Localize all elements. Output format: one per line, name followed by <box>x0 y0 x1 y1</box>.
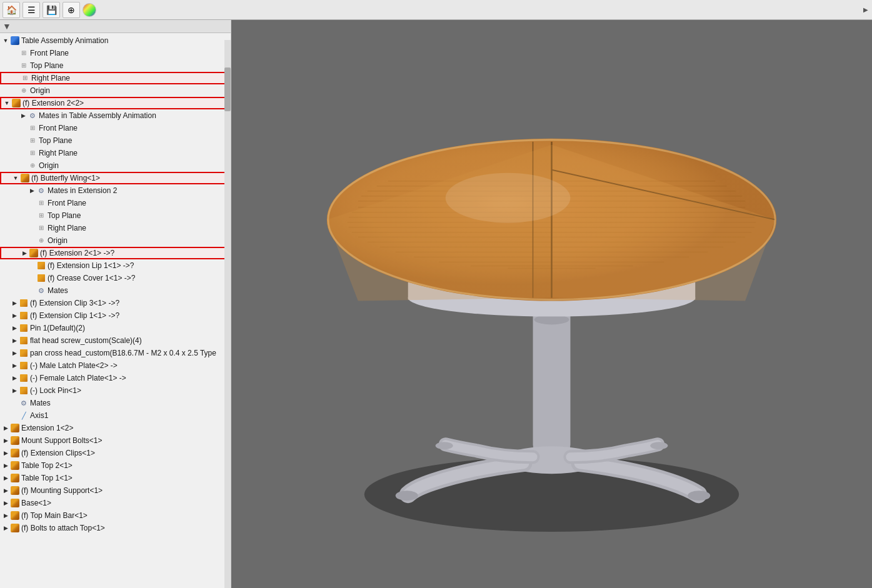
svg-point-3 <box>688 491 710 501</box>
expand-base[interactable]: ▶ <box>1 499 10 507</box>
small-cube-icon <box>36 261 46 271</box>
front-plane-2-label: Front Plane <box>39 122 78 134</box>
tree-item-mates-ext2[interactable]: ▶ ⚙ Mates in Extension 2 <box>0 184 231 197</box>
expand-ext2-1[interactable]: ▶ <box>20 249 29 257</box>
expand-table-top-2[interactable]: ▶ <box>1 461 10 470</box>
tree-item-mounting-support[interactable]: ▶ (f) Mounting Support<1> <box>0 484 231 497</box>
expand-ext-clips[interactable]: ▶ <box>1 449 10 457</box>
tree-item-front-plane-3[interactable]: ⊞ Front Plane <box>0 197 231 209</box>
tree-container[interactable]: ▼ Table Assembly Animation ⊞ Front Plane… <box>0 33 231 588</box>
origin-icon: ⊕ <box>36 236 46 246</box>
mates-assembly-label: Mates in Table Assembly Animation <box>39 109 156 122</box>
panel-collapse-arrow[interactable]: ▶ <box>862 5 869 14</box>
expand-ext-clip-3[interactable]: ▶ <box>10 299 19 307</box>
tree-item-flat-head-screw[interactable]: ▶ flat head screw_custom(Scale)(4) <box>0 334 231 347</box>
cube-icon <box>29 248 39 258</box>
expand-ext1-2[interactable]: ▶ <box>1 424 10 432</box>
scrollbar-track <box>224 40 231 588</box>
tree-item-mates-main[interactable]: ⚙ Mates <box>0 397 231 409</box>
tree-item-top-plane-2[interactable]: ⊞ Top Plane <box>0 134 231 147</box>
expand-root[interactable]: ▼ <box>1 36 10 45</box>
cube-icon <box>10 511 20 521</box>
tree-item-extension2-2[interactable]: ▼ (f) Extension 2<2> <box>0 97 231 109</box>
ext2-label: (f) Extension 2<2> <box>23 97 84 109</box>
expand-mounting[interactable]: ▶ <box>1 486 10 495</box>
tree-item-pan-cross[interactable]: ▶ pan cross head_custom(B18.6.7M - M2 x … <box>0 347 231 359</box>
tree-item-ext-lip[interactable]: (f) Extension Lip 1<1> ->? <box>0 259 231 272</box>
female-latch-label: (-) Female Latch Plate<1> -> <box>30 372 126 384</box>
tree-item-extension2-1[interactable]: ▶ (f) Extension 2<1> ->? <box>0 247 231 259</box>
tree-item-ext-clip-1[interactable]: ▶ (f) Extension Clip 1<1> ->? <box>0 309 231 322</box>
cube-icon <box>10 486 20 496</box>
cube-icon <box>10 473 20 483</box>
expand-mates-assembly[interactable]: ▶ <box>19 111 28 120</box>
expand-lock-pin[interactable]: ▶ <box>10 386 19 395</box>
ext-lip-label: (f) Extension Lip 1<1> ->? <box>48 259 134 272</box>
cube-icon <box>20 173 30 183</box>
tree-item-right-plane-2[interactable]: ⊞ Right Plane <box>0 147 231 159</box>
3d-viewport[interactable] <box>231 20 872 588</box>
colorball-button[interactable] <box>83 3 96 17</box>
cube-icon <box>10 523 20 533</box>
tree-item-crease-cover[interactable]: (f) Crease Cover 1<1> ->? <box>0 272 231 284</box>
tree-item-mates-bw[interactable]: ⚙ Mates <box>0 284 231 297</box>
expand-top-main-bar[interactable]: ▶ <box>1 511 10 520</box>
tree-item-female-latch[interactable]: ▶ (-) Female Latch Plate<1> -> <box>0 372 231 384</box>
expand-male-latch[interactable]: ▶ <box>10 361 19 370</box>
tree-item-top-plane-root[interactable]: ⊞ Top Plane <box>0 59 231 72</box>
expand-pin[interactable]: ▶ <box>10 324 19 332</box>
axis1-label: Axis1 <box>30 409 48 422</box>
scrollbar-thumb[interactable] <box>224 67 231 111</box>
expand-pan-cross[interactable]: ▶ <box>10 349 19 357</box>
tree-item-origin-3[interactable]: ⊕ Origin <box>0 234 231 247</box>
tree-item-male-latch[interactable]: ▶ (-) Male Latch Plate<2> -> <box>0 359 231 372</box>
tree-item-table-top-1[interactable]: ▶ Table Top 1<1> <box>0 472 231 484</box>
tree-item-front-plane-2[interactable]: ⊞ Front Plane <box>0 122 231 134</box>
tree-item-top-plane-3[interactable]: ⊞ Top Plane <box>0 209 231 222</box>
tree-item-front-plane-root[interactable]: ⊞ Front Plane <box>0 47 231 59</box>
tree-item-right-plane-root[interactable]: ⊞ Right Plane <box>0 72 231 84</box>
ext1-2-label: Extension 1<2> <box>21 422 73 434</box>
list-button[interactable]: ☰ <box>23 2 40 18</box>
tree-item-origin-root[interactable]: ⊕ Origin <box>0 84 231 97</box>
expand-mates-ext2[interactable]: ▶ <box>28 186 36 195</box>
expand-ext-clip-1[interactable]: ▶ <box>10 311 19 320</box>
tree-item-ext-clips[interactable]: ▶ (f) Extension Clips<1> <box>0 447 231 459</box>
expand-flat-head[interactable]: ▶ <box>10 336 19 345</box>
expand-bolts-attach[interactable]: ▶ <box>1 524 10 532</box>
tree-item-base[interactable]: ▶ Base<1> <box>0 497 231 509</box>
axis-icon: ╱ <box>19 411 29 421</box>
ext-clip-3-label: (f) Extension Clip 3<1> ->? <box>30 297 119 309</box>
butterfly-label: (f) Butterfly Wing<1> <box>31 172 100 184</box>
plane-icon: ⊞ <box>28 136 38 146</box>
save-button[interactable]: 💾 <box>43 2 60 18</box>
main-layout: ▼ ▼ Table Assembly Animation ⊞ Front Pla… <box>0 20 872 588</box>
tree-item-right-plane-3[interactable]: ⊞ Right Plane <box>0 222 231 234</box>
right-plane-2-label: Right Plane <box>39 147 78 159</box>
home-button[interactable]: 🏠 <box>3 2 20 18</box>
expand-table-top-1[interactable]: ▶ <box>1 474 10 482</box>
tree-item-top-main-bar[interactable]: ▶ (f) Top Main Bar<1> <box>0 509 231 522</box>
flat-head-label: flat head screw_custom(Scale)(4) <box>30 334 142 347</box>
target-button[interactable]: ⊕ <box>63 2 80 18</box>
plane-icon: ⊞ <box>19 61 29 71</box>
tree-item-pin[interactable]: ▶ Pin 1(Default)(2) <box>0 322 231 334</box>
tree-item-lock-pin[interactable]: ▶ (-) Lock Pin<1> <box>0 384 231 397</box>
expand-mount[interactable]: ▶ <box>1 436 10 445</box>
expand-female-latch[interactable]: ▶ <box>10 374 19 382</box>
tree-item-table-top-2[interactable]: ▶ Table Top 2<1> <box>0 459 231 472</box>
tree-item-extension1-2[interactable]: ▶ Extension 1<2> <box>0 422 231 434</box>
expand-butterfly[interactable]: ▼ <box>11 174 20 182</box>
tree-item-bolts-attach[interactable]: ▶ (f) Bolts to attach Top<1> <box>0 522 231 534</box>
origin-root-label: Origin <box>30 84 50 97</box>
tree-item-axis1[interactable]: ╱ Axis1 <box>0 409 231 422</box>
bolts-attach-label: (f) Bolts to attach Top<1> <box>21 522 105 534</box>
ext-clip-1-label: (f) Extension Clip 1<1> ->? <box>30 309 119 322</box>
tree-item-butterfly-wing[interactable]: ▼ (f) Butterfly Wing<1> <box>0 172 231 184</box>
expand-ext2[interactable]: ▼ <box>3 99 11 107</box>
tree-item-origin-2[interactable]: ⊕ Origin <box>0 159 231 172</box>
tree-item-ext-clip-3[interactable]: ▶ (f) Extension Clip 3<1> ->? <box>0 297 231 309</box>
tree-root[interactable]: ▼ Table Assembly Animation <box>0 34 231 47</box>
tree-item-mates-assembly[interactable]: ▶ ⚙ Mates in Table Assembly Animation <box>0 109 231 122</box>
tree-item-mount-support[interactable]: ▶ Mount Support Bolts<1> <box>0 434 231 447</box>
